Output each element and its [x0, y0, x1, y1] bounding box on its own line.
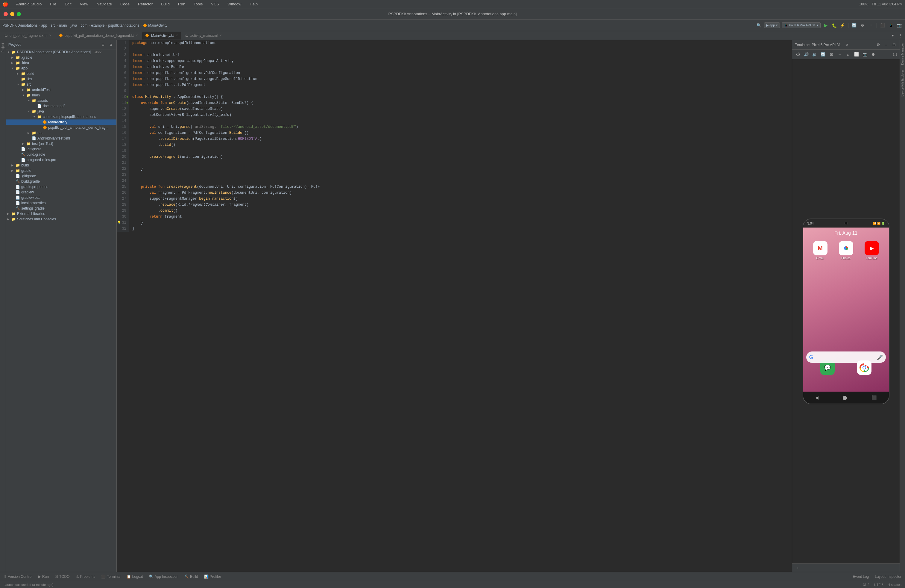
device-mirror-button[interactable]: 📱 — [888, 22, 894, 29]
photos-app-icon[interactable]: Photos — [839, 241, 853, 260]
menu-help[interactable]: Help — [248, 1, 259, 7]
emulator-expand-btn[interactable]: ⊞ — [891, 41, 897, 48]
tree-item-settings-gradle[interactable]: 🔨 settings.gradle — [6, 206, 116, 211]
breadcrumb-main[interactable]: main — [59, 23, 67, 27]
device-selector[interactable]: 📱 Pixel 6 Pro API 31 ▾ — [782, 22, 821, 28]
breadcrumb-app[interactable]: PSPDFKitAnnotations — [2, 23, 37, 27]
tree-item-proguard[interactable]: 📄 proguard-rules.pro — [6, 157, 116, 162]
tree-item-unittest[interactable]: ▶ 📁 test [unitTest] — [6, 141, 116, 146]
home-nav-btn[interactable]: ⌂ — [845, 51, 851, 58]
tree-item-gitignore[interactable]: 📄 .gitignore — [6, 146, 116, 152]
overview-nav-btn[interactable]: ⬜ — [853, 51, 860, 58]
tree-item-mainactivity[interactable]: 🔶 MainActivity — [6, 119, 116, 125]
tree-item-app[interactable]: ▼ 📁 app — [6, 65, 116, 71]
screenshot-capture-btn[interactable]: 📷 — [862, 51, 868, 58]
recents-button[interactable]: ⬛ — [872, 395, 876, 400]
tree-item-package[interactable]: ▼ 📁 com.example.pspdfkitannotations — [6, 114, 116, 119]
tree-item-local-properties[interactable]: 📄 local.properties — [6, 200, 116, 206]
tree-item-res[interactable]: ▶ 📁 res — [6, 130, 116, 136]
tree-item-build-gradle-root[interactable]: 🔨 build.gradle — [6, 179, 116, 184]
close-button[interactable] — [3, 12, 8, 16]
tree-item-idea[interactable]: ▶ 📁 .idea — [6, 60, 116, 65]
version-control-btn[interactable]: ⬆ Version Control — [2, 574, 33, 579]
rotate-btn[interactable]: 🔄 — [820, 51, 826, 58]
youtube-app-icon[interactable]: ▶ YouTube — [865, 241, 879, 260]
device-manager-label[interactable]: Device Manager — [900, 41, 905, 67]
app-inspection-btn[interactable]: 🔍 App Inspection — [148, 574, 179, 579]
tab-activity-main-xml[interactable]: 🗂 activity_main.xml ✕ — [182, 32, 225, 40]
tab-mainactivity[interactable]: 🔶 MainActivity.kt ✕ — [142, 32, 181, 40]
menu-tools[interactable]: Tools — [192, 1, 205, 7]
logcat-btn[interactable]: 📋 Logcat — [125, 574, 144, 579]
settings-tree-button[interactable]: ⚙ — [108, 41, 114, 48]
power-btn[interactable]: ⏻ — [795, 51, 801, 58]
app-selector[interactable]: ▶ app ▾ — [764, 22, 780, 28]
tab-close-btn[interactable]: ✕ — [136, 34, 138, 37]
problems-btn[interactable]: ⚠ Problems — [75, 574, 97, 579]
sync-button[interactable]: 🔄 — [851, 22, 857, 29]
menu-window[interactable]: Window — [225, 1, 243, 7]
terminal-btn[interactable]: ⬛ Terminal — [100, 574, 122, 579]
tree-item-gradlew-bat[interactable]: 📄 gradlew.bat — [6, 195, 116, 200]
tree-item-gradlew[interactable]: 📄 gradlew — [6, 189, 116, 195]
tree-item-build-gradle[interactable]: 🔨 build.gradle — [6, 152, 116, 157]
phone-screen[interactable]: Fri, Aug 11 M Gmail — [803, 227, 889, 392]
voice-search-icon[interactable]: 🎤 — [877, 354, 883, 360]
menu-refactor[interactable]: Refactor — [136, 1, 154, 7]
tree-item-main[interactable]: ▼ 📁 main — [6, 92, 116, 98]
volume-down-btn[interactable]: 🔉 — [811, 51, 818, 58]
tree-item-pdffrag[interactable]: 🔶 pspdfkit_pdf_annotation_demo_frag... — [6, 125, 116, 130]
menu-vcs[interactable]: VCS — [209, 1, 221, 7]
device-file-explorer-label[interactable]: Device File Explorer — [900, 68, 905, 98]
tree-item-gradle[interactable]: ▶ 📁 .gradle — [6, 55, 116, 60]
attach-debugger-button[interactable]: ⚡ — [839, 22, 846, 29]
tree-item-gradle-root[interactable]: ▶ 📁 gradle — [6, 168, 116, 173]
project-tool-window-strip[interactable]: Project — [1, 41, 5, 54]
tree-item-libs[interactable]: 📁 libs — [6, 76, 116, 82]
breadcrumb-class[interactable]: 🔶 MainActivity — [143, 23, 167, 27]
run-panel-btn[interactable]: ▶ Run — [37, 574, 50, 579]
menu-code[interactable]: Code — [119, 1, 132, 7]
event-log-btn[interactable]: Event Log — [851, 574, 870, 579]
zoom-in-btn[interactable]: + — [795, 565, 801, 571]
tree-item-gitignore-root[interactable]: 📄 .gitignore — [6, 173, 116, 179]
emulator-close-btn[interactable]: ✕ — [844, 41, 850, 48]
menu-run[interactable]: Run — [176, 1, 187, 7]
tree-item-androidtest[interactable]: ▶ 📁 androidTest — [6, 87, 116, 92]
gmail-app-icon[interactable]: M Gmail — [813, 241, 827, 260]
tab-close-active-btn[interactable]: ✕ — [176, 34, 178, 37]
breadcrumb-pkg[interactable]: pspdfkitannotations — [108, 23, 139, 27]
menu-build[interactable]: Build — [159, 1, 171, 7]
tab-pdf-demo-fragment[interactable]: 🔶 pspdfkit_pdf_annotation_demo_fragment.… — [56, 32, 141, 40]
tree-item-java[interactable]: ▼ 📁 java — [6, 109, 116, 114]
tab-close-btn[interactable]: ✕ — [219, 34, 222, 37]
build-btn[interactable]: 🔨 Build — [183, 574, 199, 579]
maximize-button[interactable] — [17, 12, 21, 16]
apple-menu[interactable]: 🍎 — [2, 1, 8, 7]
collapse-all-button[interactable]: ⊞ — [100, 41, 106, 48]
profiler-btn[interactable]: 📊 Profiler — [203, 574, 222, 579]
tree-item-src[interactable]: ▼ 📁 src — [6, 82, 116, 87]
more-button[interactable]: ⋮ — [868, 22, 874, 29]
tree-item-assets[interactable]: ▼ 📁 assets — [6, 98, 116, 103]
record-btn[interactable]: ⏺ — [870, 51, 876, 58]
todo-btn[interactable]: ☑ TODO — [54, 574, 71, 579]
emulator-minimize-btn[interactable]: – — [883, 41, 889, 48]
back-button[interactable]: ◀ — [815, 395, 819, 400]
phone-frame[interactable]: 3:04 📶 📶 🔋 Fri, Aug 11 — [803, 219, 889, 404]
search-button[interactable]: 🔍 — [756, 22, 762, 29]
tree-item-gradle-properties[interactable]: 📄 gradle.properties — [6, 184, 116, 189]
menu-view[interactable]: View — [78, 1, 90, 7]
tree-item-scratches[interactable]: ▶ 📁 Scratches and Consoles — [6, 216, 116, 222]
settings-button[interactable]: ⚙ — [859, 22, 866, 29]
zoom-out-btn[interactable]: - — [802, 565, 809, 571]
tree-item-build[interactable]: ▶ 📁 build — [6, 71, 116, 76]
recent-files-button[interactable]: ▾ — [889, 32, 896, 39]
layout-button[interactable]: ⬛ — [879, 22, 886, 29]
breadcrumb-java[interactable]: java — [70, 23, 77, 27]
debug-button[interactable]: 🐛 — [831, 22, 837, 29]
screenshot-button[interactable]: 📷 — [896, 22, 903, 29]
volume-up-btn[interactable]: 🔊 — [803, 51, 810, 58]
tab-on-demo-fragment[interactable]: 🗂 on_demo_fragment.xml ✕ — [1, 32, 55, 40]
run-button[interactable]: ▶ — [822, 22, 829, 29]
